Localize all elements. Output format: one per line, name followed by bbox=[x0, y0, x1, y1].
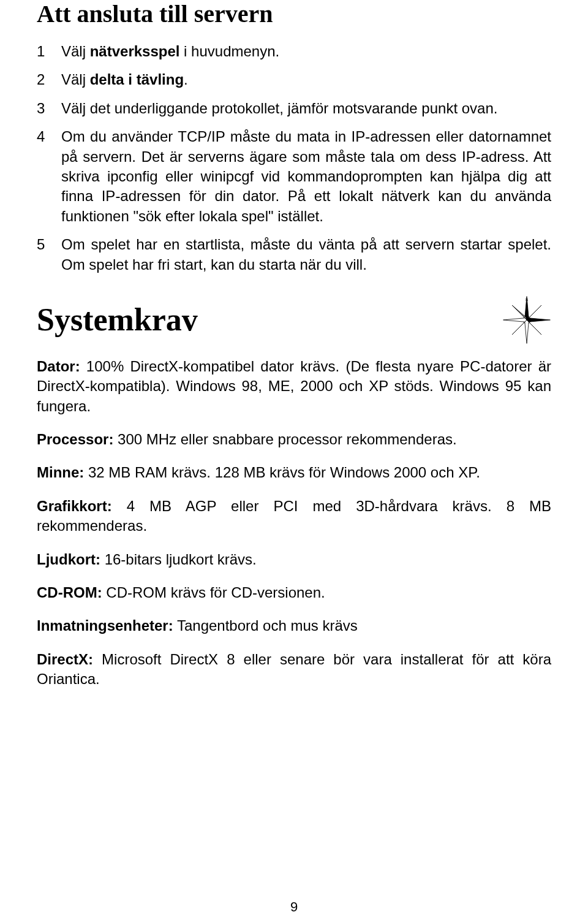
text-bold: delta i tävling bbox=[90, 71, 184, 88]
page-number: 9 bbox=[0, 899, 588, 915]
req-label: DirectX: bbox=[37, 651, 93, 667]
list-item: 5 Om spelet har en startlista, måste du … bbox=[37, 235, 551, 275]
list-text: Om spelet har en startlista, måste du vä… bbox=[61, 235, 551, 275]
req-directx: DirectX: Microsoft DirectX 8 eller senar… bbox=[37, 650, 551, 690]
text-run: i huvudmenyn. bbox=[179, 43, 279, 59]
req-cdrom: CD-ROM: CD-ROM krävs för CD-versionen. bbox=[37, 583, 551, 603]
req-text: 300 MHz eller snabbare processor rekomme… bbox=[113, 431, 456, 447]
text-run: Välj bbox=[61, 71, 90, 88]
svg-marker-7 bbox=[527, 320, 541, 335]
req-text: Tangentbord och mus krävs bbox=[173, 617, 358, 634]
req-text: 16-bitars ljudkort krävs. bbox=[100, 551, 257, 568]
req-label: CD-ROM: bbox=[37, 584, 102, 601]
section-heading-systemkrav: Systemkrav bbox=[37, 302, 490, 338]
req-label: Dator: bbox=[37, 358, 80, 374]
req-processor: Processor: 300 MHz eller snabbare proces… bbox=[37, 430, 551, 449]
req-label: Processor: bbox=[37, 431, 113, 447]
list-item: 2 Välj delta i tävling. bbox=[37, 70, 551, 89]
list-text: Välj delta i tävling. bbox=[61, 70, 551, 89]
list-item: 3 Välj det underliggande protokollet, jä… bbox=[37, 99, 551, 118]
svg-marker-4 bbox=[527, 318, 550, 322]
system-requirements-list: Dator: 100% DirectX-kompatibel dator krä… bbox=[37, 357, 551, 690]
list-item: 1 Välj nätverksspel i huvudmenyn. bbox=[37, 42, 551, 61]
text-run: Välj bbox=[61, 43, 90, 59]
req-label: Grafikkort: bbox=[37, 498, 112, 514]
svg-marker-8 bbox=[512, 320, 527, 335]
req-text: 32 MB RAM krävs. 128 MB krävs för Window… bbox=[84, 464, 480, 481]
list-item: 4 Om du använder TCP/IP måste du mata in… bbox=[37, 127, 551, 226]
svg-marker-5 bbox=[512, 305, 527, 320]
svg-text:N: N bbox=[526, 297, 529, 302]
req-dator: Dator: 100% DirectX-kompatibel dator krä… bbox=[37, 357, 551, 416]
req-text: 4 MB AGP eller PCI med 3D-hårdvara krävs… bbox=[37, 498, 551, 534]
req-text: CD-ROM krävs för CD-versionen. bbox=[102, 584, 325, 601]
compass-icon: N bbox=[502, 295, 551, 344]
list-number: 1 bbox=[37, 42, 61, 61]
svg-marker-3 bbox=[503, 318, 527, 322]
list-number: 3 bbox=[37, 99, 61, 118]
connect-steps-list: 1 Välj nätverksspel i huvudmenyn. 2 Välj… bbox=[37, 42, 551, 275]
list-text: Välj nätverksspel i huvudmenyn. bbox=[61, 42, 551, 61]
list-number: 5 bbox=[37, 235, 61, 275]
list-text: Välj det underliggande protokollet, jämf… bbox=[61, 99, 551, 118]
text-run: . bbox=[184, 71, 188, 88]
section-heading-connect: Att ansluta till servern bbox=[37, 0, 551, 28]
req-text: 100% DirectX-kompatibel dator krävs. (De… bbox=[37, 358, 551, 414]
list-number: 2 bbox=[37, 70, 61, 89]
svg-marker-6 bbox=[527, 305, 541, 320]
systemkrav-header-row: Systemkrav N bbox=[37, 302, 551, 344]
text-bold: nätverksspel bbox=[90, 43, 180, 59]
req-label: Ljudkort: bbox=[37, 551, 100, 568]
list-number: 4 bbox=[37, 127, 61, 226]
svg-marker-2 bbox=[525, 320, 529, 343]
list-text: Om du använder TCP/IP måste du mata in I… bbox=[61, 127, 551, 226]
req-inmatning: Inmatningsenheter: Tangentbord och mus k… bbox=[37, 616, 551, 636]
req-text: Microsoft DirectX 8 eller senare bör var… bbox=[37, 651, 551, 687]
document-page: Att ansluta till servern 1 Välj nätverks… bbox=[0, 0, 588, 920]
req-ljudkort: Ljudkort: 16-bitars ljudkort krävs. bbox=[37, 550, 551, 569]
req-label: Minne: bbox=[37, 464, 84, 481]
req-minne: Minne: 32 MB RAM krävs. 128 MB krävs för… bbox=[37, 463, 551, 482]
req-label: Inmatningsenheter: bbox=[37, 617, 173, 634]
req-grafikkort: Grafikkort: 4 MB AGP eller PCI med 3D-hå… bbox=[37, 496, 551, 536]
